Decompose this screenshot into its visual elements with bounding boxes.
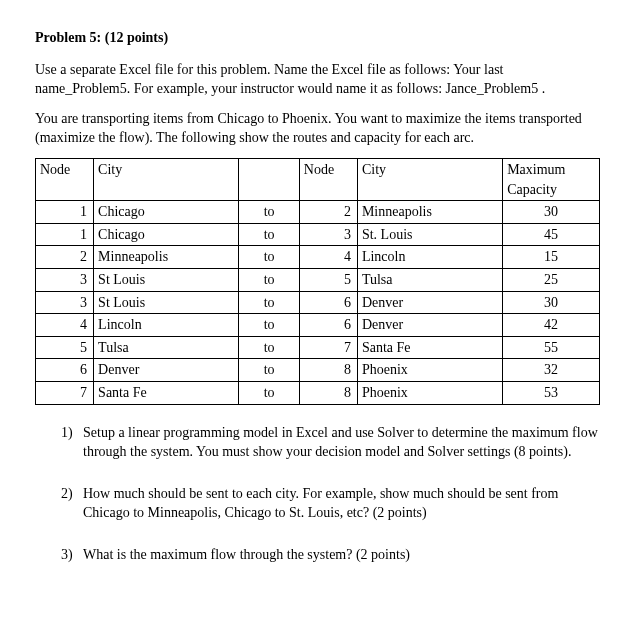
cell-node-a: 1 [36, 223, 94, 246]
cell-node-a: 6 [36, 359, 94, 382]
intro-paragraph-1: Use a separate Excel file for this probl… [35, 60, 600, 99]
cell-city-a: Tulsa [94, 336, 239, 359]
cell-city-b: Minneapolis [357, 201, 502, 224]
cell-city-b: Santa Fe [357, 336, 502, 359]
cell-city-b: St. Louis [357, 223, 502, 246]
cell-node-a: 7 [36, 381, 94, 404]
header-capacity-l2: Capacity [507, 182, 557, 197]
question-number: 3) [61, 545, 83, 565]
cell-city-b: Denver [357, 314, 502, 337]
table-header-row: Node City Node City Maximum Capacity [36, 158, 600, 200]
cell-capacity: 30 [503, 291, 600, 314]
cell-node-b: 2 [299, 201, 357, 224]
cell-node-b: 3 [299, 223, 357, 246]
cell-capacity: 53 [503, 381, 600, 404]
cell-capacity: 15 [503, 246, 600, 269]
cell-city-a: Chicago [94, 201, 239, 224]
cell-city-b: Tulsa [357, 268, 502, 291]
question-number: 1) [61, 423, 83, 462]
cell-node-a: 3 [36, 268, 94, 291]
cell-node-b: 6 [299, 314, 357, 337]
cell-city-b: Phoenix [357, 359, 502, 382]
header-city-a: City [94, 158, 239, 200]
cell-node-a: 2 [36, 246, 94, 269]
header-city-b: City [357, 158, 502, 200]
question-number: 2) [61, 484, 83, 523]
cell-capacity: 30 [503, 201, 600, 224]
table-row: 1Chicagoto2Minneapolis30 [36, 201, 600, 224]
cell-city-a: Minneapolis [94, 246, 239, 269]
intro-paragraph-2: You are transporting items from Chicago … [35, 109, 600, 148]
header-capacity-l1: Maximum [507, 162, 565, 177]
cell-to: to [239, 359, 300, 382]
cell-node-b: 5 [299, 268, 357, 291]
cell-to: to [239, 201, 300, 224]
cell-node-b: 8 [299, 359, 357, 382]
problem-title: Problem 5: (12 points) [35, 28, 600, 48]
cell-node-a: 1 [36, 201, 94, 224]
cell-city-b: Phoenix [357, 381, 502, 404]
cell-city-b: Lincoln [357, 246, 502, 269]
header-node-a: Node [36, 158, 94, 200]
cell-capacity: 55 [503, 336, 600, 359]
routes-table: Node City Node City Maximum Capacity 1Ch… [35, 158, 600, 405]
question-item: 3)What is the maximum flow through the s… [61, 545, 600, 565]
question-text: What is the maximum flow through the sys… [83, 545, 600, 565]
cell-node-b: 4 [299, 246, 357, 269]
cell-to: to [239, 291, 300, 314]
table-row: 3St Louisto6Denver30 [36, 291, 600, 314]
cell-to: to [239, 314, 300, 337]
table-row: 3St Louisto5Tulsa25 [36, 268, 600, 291]
cell-city-a: Lincoln [94, 314, 239, 337]
table-row: 1Chicagoto3St. Louis45 [36, 223, 600, 246]
cell-city-a: St Louis [94, 268, 239, 291]
cell-capacity: 45 [503, 223, 600, 246]
cell-node-b: 8 [299, 381, 357, 404]
cell-capacity: 25 [503, 268, 600, 291]
table-row: 2Minneapolisto4Lincoln15 [36, 246, 600, 269]
question-list: 1)Setup a linear programming model in Ex… [35, 423, 600, 565]
cell-node-a: 4 [36, 314, 94, 337]
cell-city-a: Chicago [94, 223, 239, 246]
cell-node-a: 5 [36, 336, 94, 359]
cell-city-a: Denver [94, 359, 239, 382]
cell-city-b: Denver [357, 291, 502, 314]
question-item: 2)How much should be sent to each city. … [61, 484, 600, 523]
header-node-b: Node [299, 158, 357, 200]
cell-to: to [239, 223, 300, 246]
table-row: 7Santa Feto8Phoenix53 [36, 381, 600, 404]
question-item: 1)Setup a linear programming model in Ex… [61, 423, 600, 462]
cell-to: to [239, 246, 300, 269]
question-text: Setup a linear programming model in Exce… [83, 423, 600, 462]
cell-to: to [239, 268, 300, 291]
header-capacity: Maximum Capacity [503, 158, 600, 200]
cell-node-b: 6 [299, 291, 357, 314]
cell-node-a: 3 [36, 291, 94, 314]
cell-capacity: 42 [503, 314, 600, 337]
table-row: 6Denverto8Phoenix32 [36, 359, 600, 382]
table-row: 4Lincolnto6Denver42 [36, 314, 600, 337]
cell-node-b: 7 [299, 336, 357, 359]
cell-to: to [239, 381, 300, 404]
cell-to: to [239, 336, 300, 359]
cell-capacity: 32 [503, 359, 600, 382]
question-text: How much should be sent to each city. Fo… [83, 484, 600, 523]
header-to [239, 158, 300, 200]
cell-city-a: St Louis [94, 291, 239, 314]
table-row: 5Tulsato7Santa Fe55 [36, 336, 600, 359]
cell-city-a: Santa Fe [94, 381, 239, 404]
